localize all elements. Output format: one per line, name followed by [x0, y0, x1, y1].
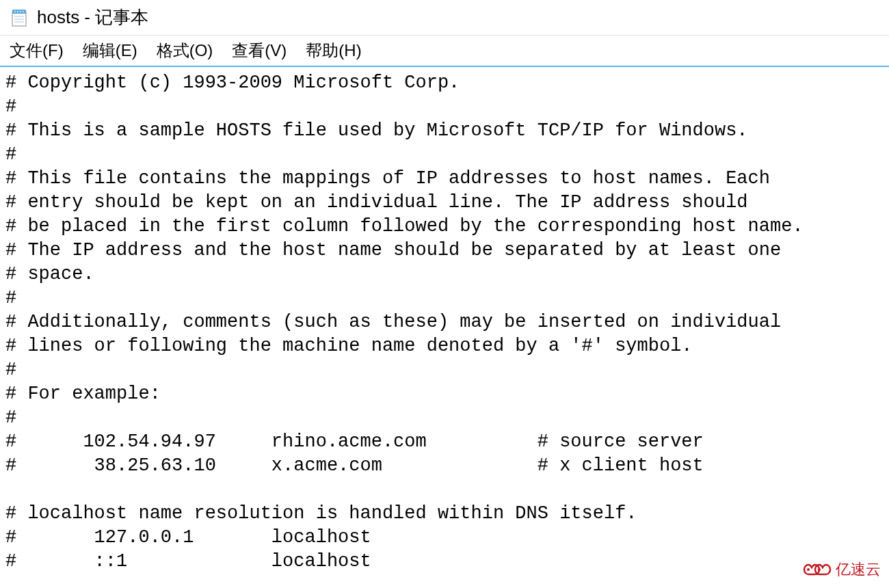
watermark: 亿速云	[803, 559, 881, 580]
watermark-text: 亿速云	[836, 559, 881, 580]
svg-point-5	[23, 11, 24, 12]
titlebar: hosts - 记事本	[0, 0, 889, 36]
editor-content[interactable]: # Copyright (c) 1993-2009 Microsoft Corp…	[0, 67, 889, 578]
menu-format[interactable]: 格式(O)	[157, 40, 213, 62]
window-title: hosts - 记事本	[37, 5, 148, 29]
watermark-logo-icon	[803, 561, 832, 578]
svg-point-10	[818, 568, 821, 571]
svg-point-9	[807, 568, 810, 571]
svg-point-3	[17, 11, 18, 12]
svg-point-2	[14, 11, 16, 12]
menu-help[interactable]: 帮助(H)	[306, 40, 361, 62]
menu-edit[interactable]: 编辑(E)	[83, 40, 137, 62]
menubar: 文件(F) 编辑(E) 格式(O) 查看(V) 帮助(H)	[0, 36, 889, 67]
menu-view[interactable]: 查看(V)	[232, 40, 287, 62]
menu-file[interactable]: 文件(F)	[10, 40, 64, 62]
notepad-icon	[10, 8, 29, 27]
svg-point-4	[20, 11, 21, 12]
